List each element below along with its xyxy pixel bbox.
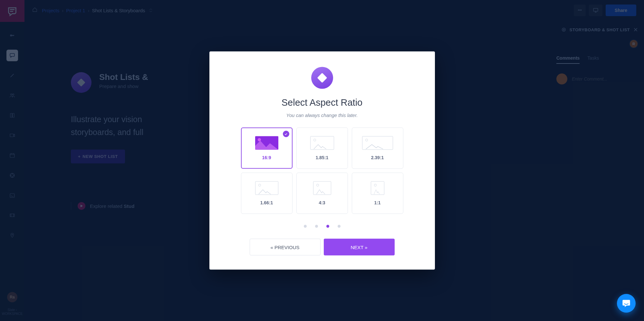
aspect-option-16-9[interactable]: 16:9 — [241, 128, 293, 169]
aspect-label: 16:9 — [262, 155, 271, 160]
next-button[interactable]: NEXT » — [324, 239, 395, 256]
image-icon — [255, 181, 278, 195]
step-dot[interactable] — [326, 225, 329, 228]
step-dot[interactable] — [315, 225, 318, 228]
aspect-option-2-39-1[interactable]: 2.39:1 — [352, 128, 403, 169]
modal-icon — [311, 67, 333, 89]
aspect-option-1-66-1[interactable]: 1.66:1 — [241, 173, 293, 214]
aspect-option-1-85-1[interactable]: 1.85:1 — [296, 128, 348, 169]
step-dot[interactable] — [304, 225, 307, 228]
aspect-option-4-3[interactable]: 4:3 — [296, 173, 348, 214]
aspect-ratio-grid: 16:9 1.85:1 2.39:1 — [241, 128, 403, 214]
step-indicator — [304, 225, 341, 228]
aspect-ratio-modal: Select Aspect Ratio You can always chang… — [209, 52, 435, 270]
check-icon — [283, 131, 289, 137]
aspect-label: 2.39:1 — [371, 155, 384, 160]
image-icon — [310, 136, 334, 150]
aspect-label: 1:1 — [374, 200, 380, 205]
image-icon — [255, 136, 278, 150]
image-icon — [371, 181, 384, 195]
aspect-label: 1.85:1 — [316, 155, 329, 160]
image-icon — [313, 181, 331, 195]
aspect-label: 4:3 — [319, 200, 325, 205]
chat-support-button[interactable] — [617, 294, 636, 313]
aspect-label: 1.66:1 — [260, 200, 273, 205]
modal-subtitle: You can always change this later. — [286, 112, 358, 118]
modal-title: Select Aspect Ratio — [282, 97, 362, 108]
previous-button[interactable]: « PREVIOUS — [250, 239, 321, 256]
image-icon — [362, 136, 393, 150]
aspect-option-1-1[interactable]: 1:1 — [352, 173, 403, 214]
step-dot[interactable] — [338, 225, 341, 228]
